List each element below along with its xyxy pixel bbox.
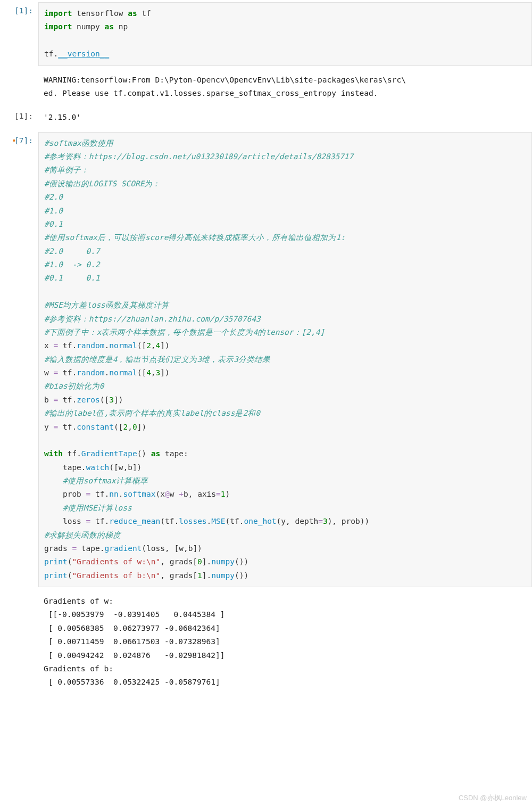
- input-prompt: [1]:: [0, 2, 38, 15]
- tf: tf: [58, 396, 72, 404]
- comment: #求解损失函数的梯度: [44, 531, 121, 539]
- code-cell-7: •[7]: #softmax函数使用 #参考资料：https://blog.cs…: [0, 130, 532, 589]
- tf: tf: [90, 490, 104, 498]
- keyword-as: as: [105, 22, 114, 31]
- code-cell-1: [1]: import tensorflow as tf import nump…: [0, 0, 532, 68]
- tf: tf: [63, 449, 77, 458]
- op: +: [179, 490, 184, 498]
- args: b, axis: [184, 490, 216, 498]
- module-name: tensorflow: [72, 9, 128, 18]
- fn: zeros: [77, 396, 100, 404]
- string: "Gradients of b:\n": [72, 571, 160, 580]
- paren: ([: [114, 423, 123, 431]
- args: (tf: [160, 517, 174, 525]
- comment: #MSE均方差loss函数及其梯度计算: [44, 301, 169, 309]
- code-input-area[interactable]: #softmax函数使用 #参考资料：https://blog.csdn.net…: [38, 132, 532, 587]
- op: =: [53, 368, 58, 377]
- paren: ]): [137, 423, 146, 431]
- dot: .: [72, 423, 77, 431]
- comment: #softmax函数使用: [44, 139, 113, 147]
- fn: normal: [109, 368, 137, 377]
- fn: MSE: [211, 517, 225, 525]
- fn: numpy: [211, 557, 235, 566]
- args: (tf: [226, 517, 239, 525]
- br: ]: [202, 571, 207, 580]
- num: 3: [109, 396, 114, 404]
- empty-prompt: [0, 591, 38, 596]
- args: , grads[: [160, 557, 197, 566]
- num: 0: [197, 557, 202, 566]
- paren: ([: [100, 396, 109, 404]
- args: (loss, [w,b]): [142, 544, 202, 553]
- comment: #简单例子：: [44, 166, 89, 174]
- prompt-label: [7]:: [14, 136, 33, 145]
- num: 2: [146, 341, 151, 350]
- fn: gradient: [105, 544, 142, 553]
- paren: ]): [114, 396, 123, 404]
- tf: tf: [58, 423, 72, 431]
- comment: #使用softmax后，可以按照score得分高低来转换成概率大小，所有输出值相…: [44, 233, 345, 242]
- var: grads: [44, 544, 72, 553]
- paren: ]): [160, 341, 169, 350]
- br: ]: [202, 557, 207, 566]
- attr-version: __version__: [58, 50, 109, 58]
- dot: .: [207, 557, 212, 566]
- num: 2: [123, 423, 128, 431]
- paren: ([: [137, 368, 146, 377]
- output-warning: WARNING:tensorflow:From D:\Pyton-Opencv\…: [0, 68, 532, 106]
- paren: ]): [160, 368, 169, 377]
- code-input-area[interactable]: import tensorflow as tf import numpy as …: [38, 2, 532, 66]
- paren: ): [226, 490, 230, 498]
- comment: #假设输出的LOGITS SCORE为：: [44, 179, 161, 188]
- var: b: [44, 396, 53, 404]
- fn: numpy: [211, 571, 235, 580]
- dot: .: [105, 517, 110, 525]
- paren: (): [137, 449, 151, 458]
- comment: #使用MSE计算loss: [44, 504, 132, 512]
- args: (y, depth: [277, 517, 319, 525]
- args: ([w,b]): [109, 463, 142, 472]
- num: 0: [132, 423, 137, 431]
- keyword-as: as: [128, 9, 137, 18]
- paren: ([: [137, 341, 146, 350]
- fn-print: print: [44, 571, 68, 580]
- num: 3: [323, 517, 328, 525]
- empty-prompt: [0, 70, 38, 75]
- output-cell-1: [1]: '2.15.0': [0, 105, 532, 129]
- var: prob: [44, 490, 86, 498]
- warning-text: WARNING:tensorflow:From D:\Pyton-Opencv\…: [38, 70, 532, 104]
- fn: normal: [109, 341, 137, 350]
- fn: constant: [77, 423, 114, 431]
- var: loss: [44, 517, 86, 525]
- comment: #输入数据的维度是4，输出节点我们定义为3维，表示3分类结果: [44, 355, 270, 364]
- fn-print: print: [44, 557, 68, 566]
- dot: .: [105, 341, 110, 350]
- comment: #使用softmax计算概率: [44, 476, 148, 485]
- attr: losses: [179, 517, 206, 525]
- dot: .: [105, 368, 110, 377]
- op: =: [72, 544, 77, 553]
- var: tf: [44, 50, 53, 58]
- fn: one_hot: [244, 517, 276, 525]
- num: 4: [146, 368, 151, 377]
- var: tape:: [160, 449, 188, 458]
- op: =: [53, 423, 58, 431]
- comment: #0.1 0.1: [44, 274, 100, 282]
- keyword-with: with: [44, 449, 63, 458]
- string: "Gradients of w:\n": [72, 557, 160, 566]
- args: , grads[: [160, 571, 197, 580]
- comment: #bias初始化为0: [44, 382, 104, 390]
- op: =: [216, 490, 221, 498]
- alias: tf: [137, 9, 151, 18]
- comment: #参考资料：https://zhuanlan.zhihu.com/p/35707…: [44, 315, 261, 323]
- keyword-as: as: [151, 449, 160, 458]
- var: x: [44, 341, 53, 350]
- comment: #2.0: [44, 193, 63, 201]
- output-text: Gradients of w: [[-0.0053979 -0.0391405 …: [38, 591, 532, 693]
- var: y: [44, 423, 53, 431]
- alias: np: [114, 22, 128, 31]
- input-prompt: •[7]:: [0, 132, 38, 145]
- dot: .: [207, 571, 212, 580]
- num: 1: [197, 571, 202, 580]
- fn: reduce_mean: [109, 517, 160, 525]
